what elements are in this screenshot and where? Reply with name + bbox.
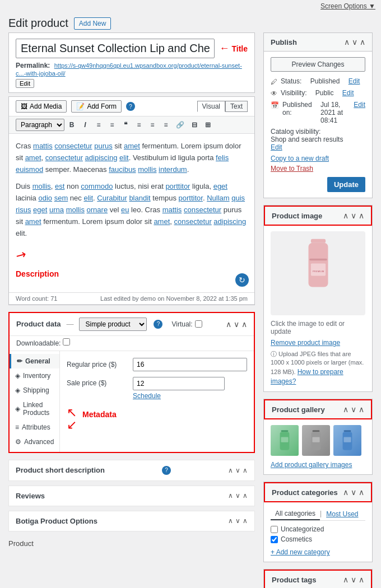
italic-button[interactable]: I <box>79 119 91 130</box>
ordered-list-button[interactable]: ≡ <box>106 119 118 130</box>
category-cosmetics-checkbox[interactable] <box>271 536 278 543</box>
editor-content-area[interactable]: Cras mattis consectetur purus sit amet f… <box>9 134 254 293</box>
category-cosmetics[interactable]: Cosmetics <box>271 535 365 543</box>
remove-product-image-link[interactable]: Remove product image <box>271 339 365 347</box>
category-cosmetics-label: Cosmetics <box>281 535 312 543</box>
product-data-collapse-arrow[interactable]: ∧ <box>241 320 247 329</box>
update-button[interactable]: Update <box>327 177 365 192</box>
move-to-trash-link[interactable]: Move to Trash <box>271 165 365 172</box>
product-type-select[interactable]: Simple product Variable product <box>79 318 147 331</box>
product-image-down-arrow[interactable]: ∨ <box>351 211 356 220</box>
reviews-collapse-arrow[interactable]: ∧ <box>243 492 248 500</box>
product-data-down-arrow[interactable]: ∨ <box>234 320 239 329</box>
catalog-edit-link[interactable]: Edit <box>271 143 282 151</box>
tags-down-arrow[interactable]: ∨ <box>351 575 356 584</box>
gallery-up-arrow[interactable]: ∧ <box>343 405 349 414</box>
product-type-help-icon[interactable]: ? <box>154 320 162 329</box>
product-gallery-title: Product gallery <box>272 405 325 414</box>
botiga-collapse-arrow[interactable]: ∧ <box>243 517 248 525</box>
screen-options-button[interactable]: Screen Options ▼ <box>320 2 375 10</box>
nav-item-general[interactable]: ✏ General <box>10 354 59 368</box>
edit-permalink-button[interactable]: Edit <box>16 79 34 88</box>
preview-changes-button[interactable]: Preview Changes <box>271 57 365 72</box>
botiga-header[interactable]: Botiga Product Options ∧ ∨ ∧ <box>9 511 254 531</box>
gallery-thumb-2[interactable] <box>302 425 330 456</box>
virtual-checkbox[interactable] <box>195 320 202 328</box>
copy-to-draft-link[interactable]: Copy to a new draft <box>271 155 365 162</box>
tab-text[interactable]: Text <box>225 101 248 112</box>
linked-products-nav-label: Linked Products <box>23 401 54 417</box>
short-desc-collapse-arrow[interactable]: ∧ <box>243 466 248 474</box>
gallery-thumb-1[interactable] <box>271 425 299 456</box>
editor-help-icon[interactable]: ? <box>126 102 135 111</box>
add-gallery-images-link[interactable]: Add product gallery images <box>271 461 352 469</box>
categories-list: Uncategorized Cosmetics <box>271 525 365 543</box>
catalog-value: Shop and search results <box>271 136 343 143</box>
tab-all-categories[interactable]: All categories <box>271 508 320 520</box>
catalog-label: Catalog visibility: <box>271 128 320 136</box>
tab-most-used[interactable]: Most Used <box>322 508 363 520</box>
product-short-description-header[interactable]: Product short description ? ∧ ∨ ∧ <box>9 460 254 480</box>
unordered-list-button[interactable]: ≡ <box>92 119 105 130</box>
nav-item-shipping[interactable]: ◈ Shipping <box>10 383 59 398</box>
add-form-button[interactable]: 📝 Add Form <box>71 100 122 113</box>
nav-item-linked-products[interactable]: ◈ Linked Products <box>10 398 59 420</box>
link-button[interactable]: 🔗 <box>173 119 187 130</box>
botiga-down-arrow[interactable]: ∨ <box>235 517 240 525</box>
categories-down-arrow[interactable]: ∨ <box>351 488 356 497</box>
align-right-button[interactable]: ≡ <box>160 119 172 130</box>
product-image-placeholder[interactable]: PREMIUM <box>271 231 365 315</box>
reviews-down-arrow[interactable]: ∨ <box>235 492 240 500</box>
bold-button[interactable]: B <box>66 119 78 130</box>
blockquote-button[interactable]: ❝ <box>119 119 132 130</box>
category-uncategorized[interactable]: Uncategorized <box>271 525 365 533</box>
tags-collapse-arrow[interactable]: ∧ <box>359 575 364 584</box>
publish-up-arrow[interactable]: ∧ <box>344 38 350 46</box>
gallery-collapse-arrow[interactable]: ∧ <box>359 405 364 414</box>
title-annotation-label: Title <box>231 44 248 53</box>
table-button[interactable]: ⊞ <box>202 119 214 130</box>
category-uncategorized-checkbox[interactable] <box>271 526 278 533</box>
add-form-label: Add Form <box>87 102 117 110</box>
reviews-up-arrow[interactable]: ∧ <box>228 492 233 500</box>
product-image-collapse-arrow[interactable]: ∧ <box>359 211 364 220</box>
publish-down-arrow[interactable]: ∨ <box>352 38 357 46</box>
published-label: Published on: <box>282 101 312 116</box>
status-edit-link[interactable]: Edit <box>349 77 360 85</box>
sale-price-input[interactable] <box>133 377 225 390</box>
tags-up-arrow[interactable]: ∧ <box>343 575 349 584</box>
categories-collapse-arrow[interactable]: ∧ <box>359 488 364 497</box>
reviews-header[interactable]: Reviews ∧ ∨ ∧ <box>9 486 254 506</box>
publish-collapse-arrow[interactable]: ∧ <box>360 38 365 46</box>
gallery-down-arrow[interactable]: ∨ <box>351 405 356 414</box>
visibility-edit-link[interactable]: Edit <box>342 89 354 97</box>
refresh-icon[interactable]: ↻ <box>235 273 249 287</box>
categories-up-arrow[interactable]: ∧ <box>343 488 349 497</box>
visibility-value: Public <box>315 89 334 97</box>
nav-item-attributes[interactable]: ≡ Attributes <box>10 420 59 435</box>
read-more-button[interactable]: ⊟ <box>188 119 201 130</box>
short-desc-help-icon[interactable]: ? <box>162 466 171 475</box>
nav-item-advanced[interactable]: ⚙ Advanced <box>10 435 59 449</box>
botiga-up-arrow[interactable]: ∧ <box>228 517 233 525</box>
downloadable-checkbox[interactable] <box>63 338 70 346</box>
add-new-button[interactable]: Add New <box>74 17 111 30</box>
gallery-thumb-3[interactable] <box>333 425 361 456</box>
add-new-category-link[interactable]: + Add new category <box>271 548 330 556</box>
short-desc-down-arrow[interactable]: ∨ <box>235 466 240 474</box>
add-media-label: Add Media <box>30 102 62 110</box>
nav-item-inventory[interactable]: ◈ Inventory <box>10 368 59 383</box>
schedule-link[interactable]: Schedule <box>133 392 225 400</box>
add-media-button[interactable]: 🖼 Add Media <box>16 100 67 113</box>
word-count-value: 71 <box>50 295 57 302</box>
align-left-button[interactable]: ≡ <box>133 119 145 130</box>
published-edit-link[interactable]: Edit <box>354 101 365 109</box>
product-data-up-arrow[interactable]: ∧ <box>226 320 231 329</box>
product-title-input[interactable] <box>16 39 215 58</box>
align-center-button[interactable]: ≡ <box>146 119 159 130</box>
tab-visual[interactable]: Visual <box>197 101 225 112</box>
regular-price-input[interactable] <box>133 358 247 371</box>
product-image-up-arrow[interactable]: ∧ <box>343 211 349 220</box>
short-desc-up-arrow[interactable]: ∧ <box>228 466 233 474</box>
paragraph-format-select[interactable]: Paragraph <box>16 119 64 131</box>
